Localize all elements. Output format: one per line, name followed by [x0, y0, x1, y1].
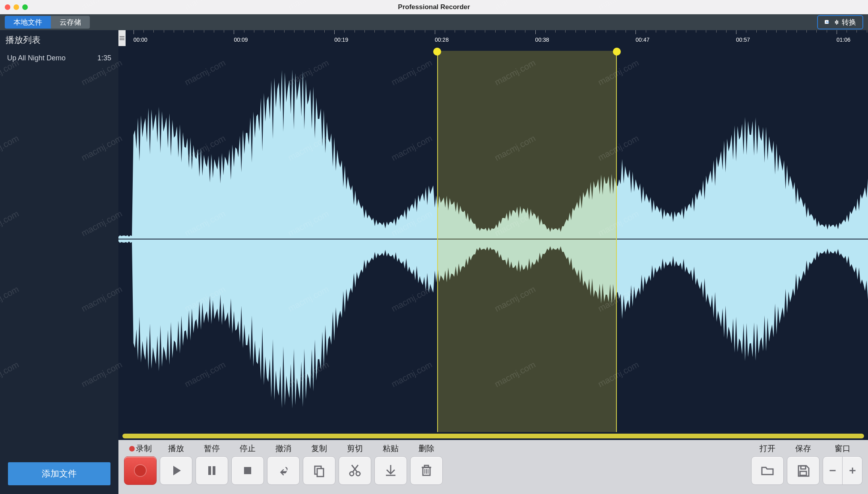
ruler-tick: 00:00	[134, 30, 147, 46]
waveform-area[interactable]	[118, 46, 868, 432]
delete-button[interactable]	[410, 456, 443, 485]
selection-handle-end[interactable]	[613, 48, 621, 56]
svg-rect-31	[800, 471, 806, 475]
time-ruler[interactable]: 00:0000:0900:1900:2800:3800:4700:5701:06	[118, 30, 868, 46]
ruler-label: 00:47	[636, 37, 649, 43]
svg-rect-34	[852, 468, 853, 474]
svg-rect-14	[213, 466, 215, 475]
window-zoom-button[interactable]	[22, 4, 28, 10]
ruler-label: 00:00	[134, 37, 147, 43]
ruler-label: 00:09	[234, 37, 248, 43]
open-button[interactable]	[751, 456, 784, 485]
svg-rect-15	[244, 467, 251, 474]
pause-button[interactable]	[196, 456, 228, 485]
selection-handle-start[interactable]	[433, 48, 441, 56]
timeline-scrollbar[interactable]	[122, 434, 864, 438]
zoom-controls-label: 窗口	[823, 443, 862, 454]
record-button[interactable]	[124, 456, 157, 485]
zoom-in-button[interactable]	[843, 456, 862, 485]
pause-icon	[204, 463, 220, 479]
stop-button[interactable]	[231, 456, 264, 485]
playlist-item-duration: 1:35	[97, 54, 111, 62]
waveform[interactable]	[118, 46, 868, 432]
menu-icon	[120, 36, 124, 41]
svg-rect-6	[120, 38, 124, 39]
save-button-label: 保存	[787, 443, 820, 454]
cut-button-label: 剪切	[339, 443, 371, 454]
editor-area: 00:0000:0900:1900:2800:3800:4700:5701:06…	[118, 30, 868, 494]
window-close-button[interactable]	[5, 4, 10, 10]
translate-icon: Aa	[824, 19, 832, 25]
ruler-tick: 00:28	[435, 30, 449, 46]
svg-rect-4	[837, 21, 838, 24]
svg-line-20	[353, 465, 358, 472]
copy-button[interactable]	[303, 456, 335, 485]
storage-tabs: 本地文件 云存储	[5, 16, 90, 29]
tab-local-files[interactable]: 本地文件	[5, 16, 51, 29]
add-file-button[interactable]: 添加文件	[8, 462, 110, 485]
undo-icon	[275, 463, 291, 479]
svg-rect-13	[208, 466, 211, 475]
paste-button[interactable]	[374, 456, 407, 485]
paste-icon	[383, 463, 399, 479]
svg-rect-29	[424, 465, 428, 467]
open-icon	[760, 463, 775, 479]
window-title: Professional Recorder	[398, 3, 470, 11]
playlist-item-name: Up All Night Demo	[7, 54, 66, 62]
svg-rect-3	[836, 20, 837, 25]
ruler-label: 00:28	[435, 37, 449, 43]
ruler-tick: 00:57	[736, 30, 750, 46]
copy-icon	[311, 463, 327, 479]
sidebar: 播放列表 Up All Night Demo 1:35 添加文件	[0, 30, 118, 494]
cut-icon	[347, 463, 363, 479]
zoom-out-button[interactable]	[823, 456, 843, 485]
svg-rect-32	[830, 470, 836, 471]
svg-text:Aa: Aa	[826, 20, 829, 24]
convert-label: 转换	[842, 17, 856, 27]
ruler-label: 00:19	[334, 37, 348, 43]
delete-button-label: 删除	[410, 443, 443, 454]
ruler-tick: 00:19	[334, 30, 348, 46]
window-titlebar: Professional Recorder	[0, 0, 868, 14]
ruler-tick: 00:09	[234, 30, 248, 46]
tab-cloud-storage[interactable]: 云存储	[51, 16, 90, 29]
top-toolbar: 本地文件 云存储 Aa 转换	[0, 14, 868, 30]
cut-button[interactable]	[339, 456, 371, 485]
svg-line-21	[352, 465, 357, 472]
ruler-tick: 00:38	[535, 30, 549, 46]
play-button-label: 播放	[160, 443, 192, 454]
paste-button-label: 粘贴	[374, 443, 407, 454]
svg-marker-12	[173, 466, 181, 475]
svg-point-11	[135, 465, 146, 476]
save-button[interactable]	[787, 456, 820, 485]
record-icon	[132, 463, 148, 479]
pause-button-label: 暂停	[196, 443, 228, 454]
delete-icon	[418, 463, 434, 479]
sound-wave-icon	[835, 19, 839, 25]
ruler-label: 00:38	[535, 37, 549, 43]
playlist: Up All Night Demo 1:35	[0, 50, 118, 457]
ruler-label: 00:57	[736, 37, 750, 43]
ruler-label: 01:06	[837, 37, 851, 43]
convert-button[interactable]: Aa 转换	[817, 15, 863, 29]
timeline[interactable]: 00:0000:0900:1900:2800:3800:4700:5701:06	[118, 30, 868, 440]
svg-rect-30	[801, 466, 806, 469]
ruler-gutter	[118, 30, 126, 46]
open-button-label: 打开	[751, 443, 784, 454]
playlist-item[interactable]: Up All Night Demo 1:35	[0, 50, 118, 66]
play-icon	[168, 463, 184, 479]
svg-rect-17	[317, 469, 324, 477]
record-button-label: 录制	[124, 443, 157, 454]
ruler-tick: 01:06	[837, 30, 851, 46]
undo-button-label: 撤消	[267, 443, 300, 454]
undo-button[interactable]	[267, 456, 300, 485]
play-button[interactable]	[160, 456, 192, 485]
transport-toolbar: 录制播放暂停停止撤消复制剪切粘贴删除打开保存窗口	[118, 440, 868, 494]
window-minimize-button[interactable]	[14, 4, 19, 10]
svg-rect-5	[120, 36, 124, 37]
svg-rect-7	[120, 39, 124, 40]
playlist-header: 播放列表	[0, 30, 118, 50]
stop-button-label: 停止	[231, 443, 264, 454]
copy-button-label: 复制	[303, 443, 335, 454]
stop-icon	[240, 463, 256, 479]
